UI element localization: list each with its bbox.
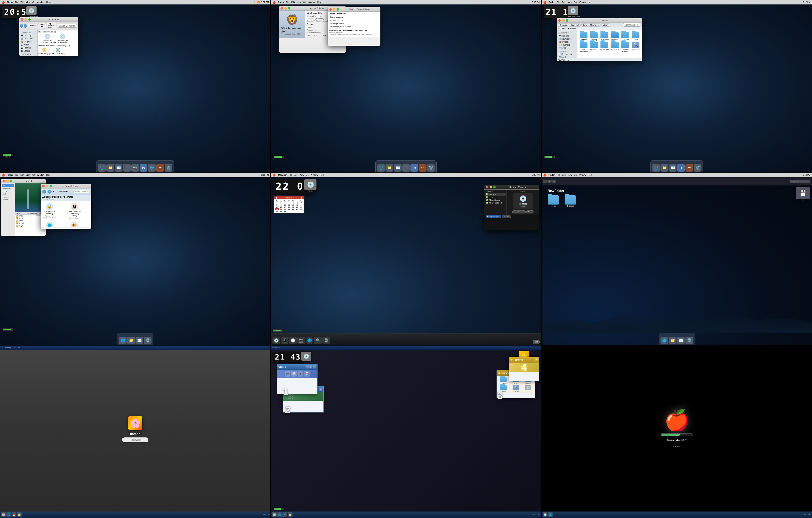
password-input-7[interactable] bbox=[122, 437, 148, 442]
fm-all[interactable]: All bbox=[2, 184, 14, 187]
dock-4-3[interactable]: ✉️ bbox=[136, 337, 143, 344]
menu-edit-2[interactable]: Edit bbox=[291, 1, 295, 3]
dock-3-3[interactable]: ✉️ bbox=[669, 164, 676, 172]
apple-menu-6[interactable]: 🍎 bbox=[543, 174, 547, 177]
dock-globe-5[interactable]: 🌐 bbox=[306, 337, 313, 344]
task-folder[interactable]: 📁 bbox=[288, 512, 292, 517]
task-games[interactable]: 🎮 bbox=[282, 512, 287, 517]
close-widgets-btn[interactable]: Close bbox=[526, 210, 533, 213]
cp-forward[interactable]: › bbox=[48, 189, 52, 193]
sidebar-computer[interactable]: 💻 Computer bbox=[20, 56, 36, 56]
dock-icon-2-2[interactable]: 📁 bbox=[385, 164, 393, 172]
lib-docs[interactable]: Documents bbox=[498, 377, 509, 384]
folder-mypictures[interactable]: My Pictures bbox=[600, 41, 609, 53]
dock-sp-1[interactable]: SP bbox=[156, 164, 164, 172]
back-btn[interactable]: ‹ bbox=[20, 24, 23, 28]
apple-menu-1[interactable]: 🍎 bbox=[2, 1, 5, 4]
dock-4-2[interactable]: 📁 bbox=[127, 337, 135, 344]
max-mw[interactable] bbox=[493, 186, 496, 188]
folder-desktop[interactable]: Desktop bbox=[589, 32, 599, 41]
dock-trash-5[interactable]: 🗑️ bbox=[322, 337, 330, 344]
dock-ps-3[interactable]: Ps bbox=[677, 164, 685, 172]
dock-3-1[interactable]: 🌐 bbox=[652, 164, 660, 172]
start-btn-9[interactable]: 🪟 bbox=[543, 512, 548, 517]
dock-phone-5[interactable]: 📱 bbox=[281, 337, 288, 344]
sidebar-faves-3[interactable]: ⭐ Favorites bbox=[558, 43, 576, 47]
burn-btn-3[interactable]: Burn bbox=[581, 23, 588, 27]
menu-window-2[interactable]: Window bbox=[308, 1, 315, 3]
folder-mydocs[interactable]: My Documents bbox=[579, 41, 588, 53]
menu-go-4[interactable]: Go bbox=[32, 174, 35, 176]
app2-close[interactable]: ✕ bbox=[319, 388, 322, 391]
max-scp[interactable] bbox=[337, 8, 339, 10]
menu-window-1[interactable]: Window bbox=[37, 1, 45, 3]
start-btn-7[interactable]: 🪟 bbox=[1, 512, 6, 517]
dock-6-trash[interactable]: 🗑️ bbox=[686, 337, 693, 344]
folder-myvideos[interactable]: My Videos bbox=[610, 41, 619, 53]
icon-view-btn-6[interactable]: ⊞ bbox=[548, 180, 552, 183]
menu-help-4[interactable]: Help bbox=[46, 174, 51, 176]
dock-4-trash[interactable]: 🗑️ bbox=[144, 337, 152, 344]
share-btn-3[interactable]: Share with bbox=[569, 23, 581, 27]
widget-mac-pro[interactable]: ✅ MAC PRO bbox=[485, 193, 506, 196]
folder-mymusic[interactable]: My Music bbox=[589, 41, 599, 53]
dock-6-1[interactable]: 🌐 bbox=[661, 337, 668, 344]
apple-menu-2[interactable]: 🍎 bbox=[272, 1, 276, 4]
star-close[interactable]: ✕ bbox=[534, 358, 538, 361]
dock-6-2[interactable]: 📁 bbox=[669, 337, 676, 344]
menu-file-2[interactable]: File bbox=[286, 1, 289, 3]
ie-btn-8[interactable]: 🌐 bbox=[277, 512, 282, 517]
apple-menu-4[interactable]: 🍎 bbox=[2, 174, 5, 177]
sidebar-pictures[interactable]: 📸 Pictures bbox=[20, 46, 36, 49]
maximize-btn-1[interactable] bbox=[28, 18, 31, 21]
menu-file-4[interactable]: File bbox=[15, 174, 19, 176]
share-btn[interactable]: Share with bbox=[38, 23, 46, 28]
menu-file-6[interactable]: File bbox=[557, 174, 560, 176]
dock-icon-2-1[interactable]: 🌐 bbox=[377, 164, 385, 172]
dock-hdd-5[interactable]: 💿 bbox=[272, 337, 280, 344]
sidebar-desktop[interactable]: 🖥️ Desktop bbox=[20, 34, 36, 37]
menu-view-5[interactable]: View bbox=[299, 174, 304, 176]
cp-appearance[interactable]: 🎨 Appearance and Personalization bbox=[66, 220, 82, 227]
menu-edit-3[interactable]: Edit bbox=[562, 1, 566, 3]
menu-go-2[interactable]: Go bbox=[303, 1, 306, 3]
cover-view-btn-6[interactable]: ⊟ bbox=[552, 180, 556, 183]
apple-menu-3[interactable]: 🍎 bbox=[543, 1, 547, 4]
dock-photos-1[interactable]: 📷 bbox=[131, 164, 139, 172]
max-finder-3[interactable] bbox=[566, 19, 568, 22]
menu-edit-1[interactable]: Edit bbox=[21, 1, 24, 3]
close-fm[interactable] bbox=[3, 180, 5, 182]
min-scp[interactable] bbox=[333, 8, 336, 10]
fm-docs[interactable]: Docs bbox=[2, 190, 14, 193]
dock-3-2[interactable]: 📁 bbox=[661, 164, 668, 172]
cp-advanced[interactable]: Advanced system settings bbox=[329, 25, 379, 28]
close-osx[interactable] bbox=[281, 7, 283, 9]
dock-sp-2[interactable]: SP bbox=[419, 164, 427, 172]
sidebar-docs-3[interactable]: 📄 Documents bbox=[558, 53, 576, 56]
cp-remote[interactable]: Remote settings bbox=[329, 19, 379, 22]
ff-btn-7[interactable]: 🦊 bbox=[11, 512, 17, 517]
close-mw[interactable] bbox=[486, 186, 488, 188]
menu-file-3[interactable]: File bbox=[557, 1, 560, 3]
sidebar-downloads-3[interactable]: ⬇️ Downloads bbox=[558, 37, 576, 40]
dock-4-1[interactable]: 🌐 bbox=[119, 337, 127, 344]
cp-protection[interactable]: System protection bbox=[329, 22, 379, 25]
dock-6-3[interactable]: ✉️ bbox=[677, 337, 685, 344]
sidebar-dropbox-3[interactable]: 📦 Dropbox bbox=[558, 40, 576, 43]
dock-search-5[interactable]: 🔍 bbox=[314, 337, 322, 344]
widget-summary[interactable]: ✅ Summary bbox=[485, 196, 506, 199]
dock-icon-2-4[interactable]: 🎵 bbox=[402, 164, 410, 172]
cp-user-accounts[interactable]: 👨‍👩‍👧 User Accounts and Family Safety Fa… bbox=[66, 202, 82, 220]
manage-widgets-btn[interactable]: Manage Widgets bbox=[486, 215, 501, 218]
folder-contacts[interactable]: Contacts bbox=[579, 32, 588, 41]
ie-btn-9[interactable]: 🌐 bbox=[548, 512, 553, 517]
menu-finder-2[interactable]: Finder bbox=[278, 1, 284, 3]
fm-programs[interactable]: Programs bbox=[2, 187, 14, 190]
menu-go-3[interactable]: Go bbox=[574, 1, 577, 3]
close-finder-3[interactable] bbox=[558, 19, 561, 22]
menu-finder-1[interactable]: Finder bbox=[7, 1, 13, 3]
menu-help-5[interactable]: Help bbox=[320, 174, 324, 176]
sidebar-downloads[interactable]: ⬇️ Downloads bbox=[20, 37, 36, 40]
menu-help-6[interactable]: Help bbox=[588, 174, 592, 176]
menu-window-4[interactable]: Window bbox=[37, 174, 45, 176]
